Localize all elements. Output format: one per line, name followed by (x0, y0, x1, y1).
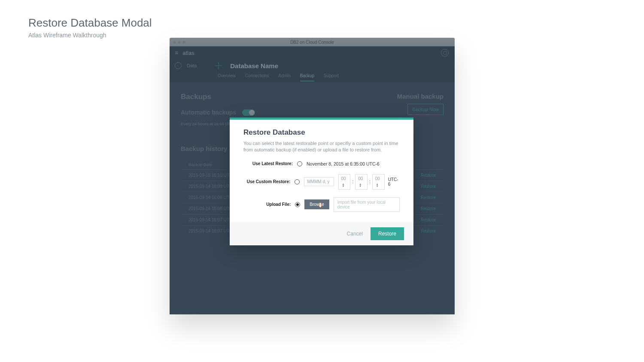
custom-hour-input[interactable]: 00▲▼ (338, 174, 351, 190)
custom-minute-input[interactable]: 00▲▼ (355, 174, 368, 190)
restore-button[interactable]: Restore (371, 227, 404, 240)
custom-date-input[interactable]: MMMM d, y (304, 177, 334, 186)
stepper-icon[interactable]: ▲▼ (342, 183, 345, 187)
upload-file-label: Upload File: (243, 202, 291, 207)
custom-restore-label: Use Custom Restore: (243, 179, 290, 184)
page-subtitle: Atlas Wireframe Walkthrough (28, 32, 106, 39)
upload-file-field[interactable]: Import file from your local device (334, 197, 400, 212)
latest-restore-radio[interactable] (297, 161, 302, 166)
modal-description: You can select the latest restorable poi… (243, 140, 400, 154)
latest-restore-label: Use Latest Restore: (243, 161, 293, 166)
stepper-icon[interactable]: ▲▼ (376, 183, 379, 187)
latest-restore-value: November 8, 2015 at 6:35:00 UTC-6 (307, 161, 380, 166)
cancel-button[interactable]: Cancel (347, 231, 363, 237)
browser-window: DB2 on Cloud Console ≡ atlas ← Data Data… (170, 38, 455, 314)
restore-modal: Restore Database You can select the late… (230, 118, 413, 245)
stepper-icon[interactable]: ▲▼ (359, 183, 361, 187)
modal-title: Restore Database (243, 128, 400, 137)
upload-file-radio[interactable] (295, 202, 300, 207)
timezone-label: UTC-6 (388, 177, 400, 187)
page-title: Restore Database Modal (28, 16, 152, 30)
custom-second-input[interactable]: 00▲▼ (372, 174, 385, 190)
custom-restore-radio[interactable] (295, 179, 300, 184)
browse-button[interactable]: Browse (304, 199, 329, 209)
